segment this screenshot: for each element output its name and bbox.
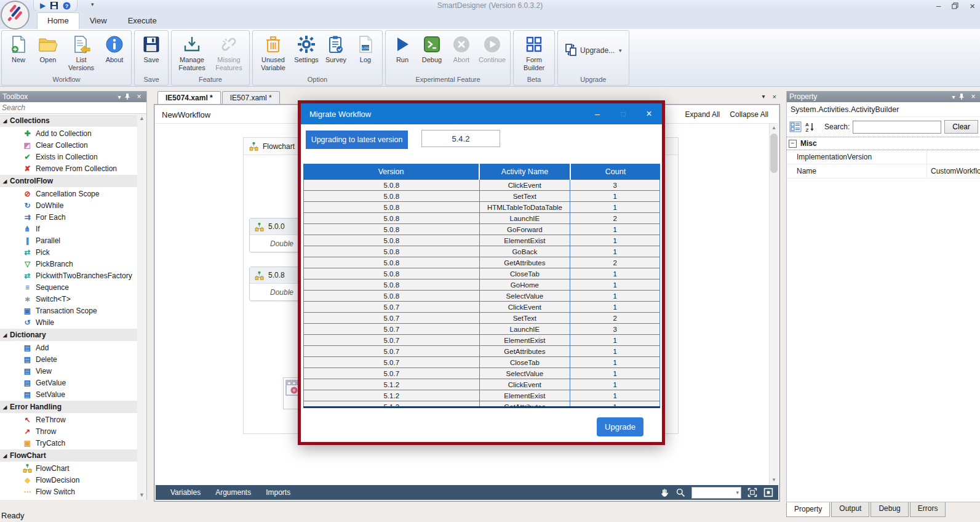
ribbon-button-about[interactable]: About	[100, 33, 129, 64]
toolbox-group-controlflow[interactable]: ◢ControlFlow	[0, 175, 137, 187]
property-clear-button[interactable]: Clear	[944, 120, 978, 134]
toolbox-item-flowchart[interactable]: FlowChart	[0, 462, 137, 474]
toolbox-item-flowdecision[interactable]: ◆FlowDecision	[0, 474, 137, 486]
canvas-scroll-down-icon[interactable]: ▼	[770, 476, 778, 484]
ribbon-button-list-versions[interactable]: List Versions	[63, 33, 100, 72]
minimize-button[interactable]: –	[936, 2, 941, 10]
quick-save-icon[interactable]	[50, 2, 58, 9]
dialog-title-bar[interactable]: Migrate Workflow – □ ×	[301, 103, 662, 124]
column-header-count[interactable]: Count	[571, 164, 660, 180]
column-header-version[interactable]: Version	[303, 164, 480, 180]
property-menu-icon[interactable]: ▾	[949, 94, 958, 100]
toolbox-group-dictionary[interactable]: ◢Dictionary	[0, 329, 137, 341]
expander-icon[interactable]: ◢	[0, 179, 10, 184]
dialog-minimize-icon[interactable]: –	[584, 109, 610, 119]
overview-map-icon[interactable]	[763, 488, 773, 497]
toolbox-group-collections[interactable]: ◢Collections	[0, 114, 137, 127]
table-row[interactable]: 5.1.2GetAttributes1	[304, 401, 659, 406]
table-row[interactable]: 5.0.8CloseTab1	[304, 268, 659, 279]
table-row[interactable]: 5.0.8GoBack1	[304, 246, 659, 257]
ribbon-button-form-builder[interactable]: Form Builder	[516, 33, 552, 72]
toolbox-item-throw[interactable]: ↗Throw	[0, 425, 137, 437]
table-row[interactable]: 5.0.7ElementExist1	[304, 335, 659, 346]
ribbon-button-save[interactable]: Save	[137, 33, 166, 64]
table-row[interactable]: 5.0.7ClickEvent1	[304, 302, 659, 313]
canvas-scroll-up-icon[interactable]: ▲	[770, 124, 778, 132]
ribbon-button-unused-variable[interactable]: Unused Variable	[255, 33, 292, 72]
column-header-activity-name[interactable]: Activity Name	[480, 164, 571, 180]
toolbox-item-add-to-collection[interactable]: ✚Add to Collection	[0, 127, 137, 139]
zoom-level-select[interactable]: ▾	[691, 487, 741, 499]
table-row[interactable]: 5.0.7LaunchIE3	[304, 324, 659, 335]
table-row[interactable]: 5.0.8ClickEvent3	[304, 180, 659, 191]
toolbox-group-flowchart[interactable]: ◢FlowChart	[0, 449, 137, 462]
toolbox-item-getvalue[interactable]: ▤GetValue	[0, 377, 137, 388]
canvas-scrollbar[interactable]: ▲ ▼	[769, 124, 778, 484]
toolbox-item-pickwithtwobranchesfactory[interactable]: ⇄PickwithTwoBranchesFactory	[0, 270, 137, 281]
toolbox-scroll-down-icon[interactable]: ▼	[137, 491, 146, 500]
table-row[interactable]: 5.0.8GetAttributes2	[304, 257, 659, 268]
toolbox-item-switch-t[interactable]: ∗Switch<T>	[0, 293, 137, 305]
toolbox-item-parallel[interactable]: ∥Parallel	[0, 235, 137, 246]
ribbon-button-new[interactable]: New	[4, 33, 33, 64]
ribbon-button-run[interactable]: Run	[388, 33, 417, 64]
ribbon-tab-execute[interactable]: Execute	[118, 12, 167, 29]
misc-category-header[interactable]: − Misc	[787, 137, 980, 150]
table-row[interactable]: 5.0.8SetText1	[304, 191, 659, 202]
expander-icon[interactable]: ◢	[0, 404, 10, 410]
property-value[interactable]: CustomWorkflowDes	[927, 164, 980, 178]
toolbox-scrollbar[interactable]: ▲ ▼	[137, 114, 146, 500]
expand-all-link[interactable]: Expand All	[685, 110, 720, 119]
toolbox-item-flow-switch[interactable]: ⋯Flow Switch	[0, 486, 137, 495]
qat-customize-dropdown-icon[interactable]: ▾	[91, 1, 94, 7]
document-tab-ie5074-xaml[interactable]: IE5074.xaml *	[157, 91, 221, 105]
ribbon-button-debug[interactable]: Debug	[417, 33, 447, 64]
toolbox-item-if[interactable]: ⋔If	[0, 223, 137, 235]
categorize-icon[interactable]	[789, 121, 802, 132]
toolbox-item-for-each[interactable]: ⇉For Each	[0, 211, 137, 223]
ribbon-button-log[interactable]: LOGLog	[351, 33, 380, 64]
ribbon-tab-home[interactable]: Home	[37, 12, 79, 29]
toolbox-scroll-up-icon[interactable]: ▲	[137, 114, 146, 123]
property-close-icon[interactable]: ×	[968, 92, 978, 101]
ribbon-button-survey[interactable]: Survey	[321, 33, 351, 64]
upgrade-button[interactable]: Upgrade	[597, 417, 643, 436]
designer-tab-arguments[interactable]: Arguments	[215, 488, 251, 497]
table-row[interactable]: 5.0.7GetAttributes1	[304, 346, 659, 357]
expander-icon[interactable]: ◢	[0, 453, 10, 459]
property-pin-icon[interactable]	[958, 93, 968, 100]
table-row[interactable]: 5.0.8ElementExist1	[304, 235, 659, 246]
toolbox-item-view[interactable]: ▤View	[0, 365, 137, 377]
quick-help-icon[interactable]: ?	[63, 2, 71, 10]
dialog-close-icon[interactable]: ×	[636, 108, 662, 119]
table-row[interactable]: 5.0.7SelectValue1	[304, 368, 659, 379]
ribbon-button-settings[interactable]: Settings	[292, 33, 321, 64]
toolbox-item-dowhile[interactable]: ↻DoWhile	[0, 199, 137, 211]
designer-tab-imports[interactable]: Imports	[266, 488, 290, 497]
ribbon-button-open[interactable]: Open	[33, 33, 63, 64]
close-button[interactable]: ×	[970, 1, 975, 10]
table-row[interactable]: 5.0.8GoForward1	[304, 224, 659, 235]
collapse-all-link[interactable]: Collapse All	[730, 110, 768, 119]
target-version-field[interactable]: 5.4.2	[421, 130, 500, 147]
quick-run-icon[interactable]: ▶	[40, 2, 46, 9]
restore-button[interactable]	[952, 2, 958, 9]
table-row[interactable]: 5.0.8GoHome1	[304, 279, 659, 291]
toolbox-item-delete[interactable]: ▤Delete	[0, 353, 137, 365]
toolbox-item-while[interactable]: ↺While	[0, 316, 137, 328]
toolbox-group-error-handling[interactable]: ◢Error Handling	[0, 401, 137, 413]
table-row[interactable]: 5.0.8LaunchIE2	[304, 213, 659, 224]
table-row[interactable]: 5.0.7SetText2	[304, 313, 659, 324]
expander-icon[interactable]: ◢	[0, 332, 10, 338]
toolbox-item-remove-from-collection[interactable]: ✘Remove From Collection	[0, 163, 137, 174]
canvas-scroll-thumb[interactable]	[770, 134, 778, 173]
property-search-input[interactable]	[853, 121, 941, 134]
toolbox-item-trycatch[interactable]: ▣TryCatch	[0, 437, 137, 449]
toolbox-item-sequence[interactable]: ≡Sequence	[0, 281, 137, 293]
fit-to-screen-icon[interactable]	[747, 488, 757, 497]
toolbox-close-icon[interactable]: ×	[134, 92, 144, 101]
pan-hand-icon[interactable]	[659, 488, 669, 498]
zoom-magnifier-icon[interactable]	[675, 488, 685, 497]
toolbox-item-transaction-scope[interactable]: ▣Transaction Scope	[0, 305, 137, 316]
table-row[interactable]: 5.1.2ClickEvent1	[304, 379, 659, 390]
